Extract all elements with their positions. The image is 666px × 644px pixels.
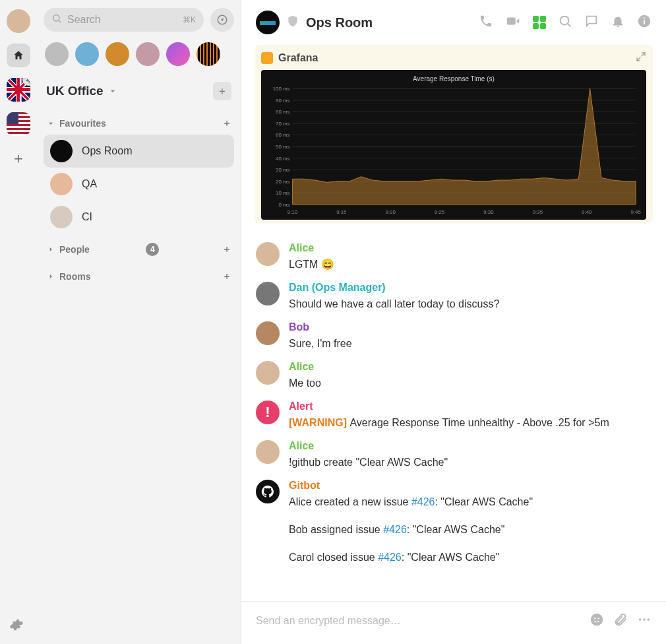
space-name[interactable]: UK Office [46, 84, 118, 98]
room-avatar-icon [50, 173, 73, 195]
room-avatar-icon [50, 140, 73, 162]
add-room-button[interactable]: ＋ [222, 271, 231, 282]
chart-title: Average Response Time (s) [265, 74, 642, 85]
space-uk[interactable]: 4 [7, 78, 30, 102]
warning-tag: [WARNING] [289, 417, 349, 428]
message-avatar[interactable] [256, 480, 280, 503]
threads-button[interactable] [584, 14, 599, 32]
message: AliceMe too [256, 361, 651, 391]
issue-link[interactable]: #426 [378, 552, 402, 563]
room-item-qa[interactable]: QA [44, 168, 234, 201]
grafana-icon [261, 52, 273, 64]
explore-button[interactable] [210, 8, 234, 32]
svg-point-40 [594, 618, 595, 619]
svg-rect-7 [644, 20, 645, 24]
room-avatar-icon [50, 206, 73, 228]
svg-point-43 [643, 618, 646, 621]
svg-point-39 [591, 614, 603, 626]
message-sender: Bob [289, 321, 651, 333]
emoji-button[interactable] [590, 612, 604, 629]
expand-button[interactable] [636, 51, 646, 65]
room-item-label: Ops Room [82, 145, 132, 157]
room-search-button[interactable] [558, 14, 572, 32]
section-label: People [59, 244, 90, 255]
message-avatar[interactable] [256, 282, 280, 306]
message-avatar[interactable]: ! [256, 401, 280, 424]
video-call-button[interactable] [505, 14, 521, 32]
gitbot-line: Carol closed issue #426: "Clear AWS Cach… [289, 550, 651, 565]
space-us[interactable] [7, 112, 30, 136]
apps-button[interactable] [533, 16, 546, 29]
svg-point-41 [598, 618, 599, 619]
search-input[interactable]: Search ⌘K [44, 8, 204, 32]
chat-icon [584, 14, 599, 28]
svg-rect-8 [644, 17, 645, 18]
more-button[interactable] [637, 612, 651, 629]
add-favourite-button[interactable]: ＋ [222, 117, 231, 129]
message-avatar[interactable] [256, 361, 280, 385]
recent-person[interactable] [106, 42, 129, 66]
section-people[interactable]: People 4 ＋ [44, 238, 234, 261]
message: BobSure, I'm free [256, 321, 651, 352]
settings-button[interactable] [9, 618, 24, 635]
embed-source-label: Grafana [278, 52, 318, 64]
verified-shield-icon [286, 15, 299, 30]
section-rooms[interactable]: Rooms ＋ [44, 265, 234, 288]
recent-person[interactable] [136, 42, 160, 66]
gitbot-line: Alice created a new issue #426: "Clear A… [289, 494, 651, 510]
svg-text:9:10: 9:10 [288, 209, 298, 215]
self-avatar[interactable] [7, 9, 30, 33]
message-input[interactable]: Send an encrypted message… [256, 615, 580, 627]
svg-text:30 ms: 30 ms [276, 167, 290, 173]
svg-text:0 ms: 0 ms [278, 202, 289, 208]
message-avatar[interactable] [256, 440, 280, 464]
svg-text:20 ms: 20 ms [276, 179, 290, 185]
svg-line-5 [568, 24, 570, 26]
more-icon [637, 612, 651, 627]
svg-text:60 ms: 60 ms [276, 133, 290, 139]
room-avatar[interactable] [256, 11, 280, 34]
issue-link[interactable]: #426 [383, 524, 407, 535]
issue-link[interactable]: #426 [411, 496, 435, 507]
svg-text:9:35: 9:35 [533, 209, 543, 215]
room-info-button[interactable] [637, 14, 651, 32]
voice-call-button[interactable] [479, 14, 493, 32]
message-avatar[interactable] [256, 242, 280, 266]
chevron-right-icon [46, 272, 55, 281]
svg-text:9:20: 9:20 [386, 209, 396, 215]
add-button[interactable]: ＋ [213, 82, 231, 100]
recent-person[interactable] [197, 42, 220, 66]
message-text: Should we have a call later today to dis… [289, 296, 651, 312]
section-label: Favourites [59, 118, 106, 129]
add-person-button[interactable]: ＋ [222, 243, 231, 255]
svg-rect-3 [507, 17, 516, 24]
attach-button[interactable] [613, 612, 628, 629]
message-list: AliceLGTM 😄Dan (Ops Manager)Should we ha… [241, 233, 666, 601]
room-item-ops[interactable]: Ops Room [44, 135, 234, 168]
info-icon [637, 14, 651, 28]
message: AliceLGTM 😄 [256, 242, 651, 273]
smile-icon [590, 612, 604, 627]
message-sender: Dan (Ops Manager) [289, 282, 651, 294]
room-item-ci[interactable]: CI [44, 201, 234, 234]
message-sender: Alice [289, 440, 651, 452]
space-name-label: UK Office [46, 84, 104, 98]
svg-text:80 ms: 80 ms [276, 109, 290, 115]
home-space[interactable] [7, 44, 30, 67]
svg-text:9:40: 9:40 [582, 209, 592, 215]
recent-person[interactable] [75, 42, 99, 66]
search-icon [558, 14, 572, 28]
recent-person[interactable] [166, 42, 190, 66]
message-text: Sure, I'm free [289, 336, 651, 352]
svg-text:50 ms: 50 ms [276, 144, 290, 150]
response-time-chart: 0 ms10 ms20 ms30 ms40 ms50 ms60 ms70 ms8… [265, 85, 642, 217]
section-count-badge: 4 [146, 243, 159, 256]
add-space-button[interactable]: ＋ [7, 146, 30, 170]
gitbot-line: Bob assigned issue #426: "Clear AWS Cach… [289, 522, 651, 538]
message-text: Me too [289, 375, 651, 391]
notifications-button[interactable] [611, 14, 625, 32]
recent-person[interactable] [45, 42, 69, 66]
room-item-label: QA [82, 178, 97, 190]
section-favourites[interactable]: Favourites ＋ [44, 112, 234, 135]
message-avatar[interactable] [256, 321, 280, 345]
